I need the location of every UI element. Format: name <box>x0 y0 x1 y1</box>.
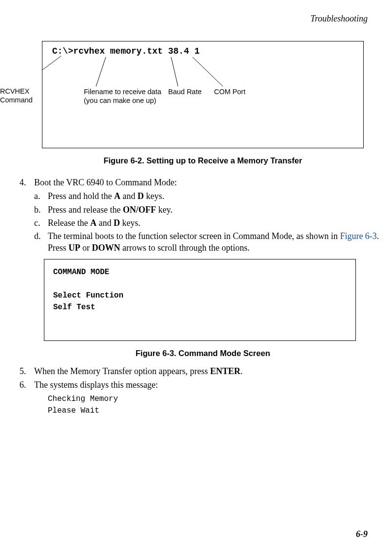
step-4d: d. The terminal boots to the function se… <box>34 230 386 254</box>
svg-line-3 <box>193 57 223 86</box>
step-5: 5. When the Memory Transfer option appea… <box>20 365 386 377</box>
text-fragment: keys. <box>144 191 164 201</box>
text-fragment: or <box>80 243 92 253</box>
page-number: 6-9 <box>356 529 368 539</box>
running-header: Troubleshooting <box>311 14 368 24</box>
key-onoff: ON/OFF <box>123 205 156 215</box>
key-enter: ENTER <box>210 366 240 376</box>
key-up: UP <box>69 243 80 253</box>
command-mode-line1: COMMAND MODE <box>53 266 347 278</box>
text-fragment: Release the <box>48 218 90 228</box>
step-5-number: 5. <box>20 365 34 377</box>
command-mode-line3: Self Test <box>53 301 347 313</box>
key-a: A <box>114 191 120 201</box>
step-4c: c. Release the A and D keys. <box>34 217 386 229</box>
step-6-number: 6. <box>20 379 34 391</box>
step-4a-text: Press and hold the A and D keys. <box>48 190 164 202</box>
step-4c-letter: c. <box>34 217 48 229</box>
svg-line-1 <box>96 57 106 86</box>
key-a: A <box>90 218 97 228</box>
step-4b: b. Press and release the ON/OFF key. <box>34 204 386 216</box>
step-6: 6. The systems displays this message: <box>20 379 386 391</box>
figure-6-3-link[interactable]: Figure 6-3 <box>340 231 377 241</box>
code-line-2: Please Wait <box>48 405 386 417</box>
figure-6-3-caption: Figure 6-3. Command Mode Screen <box>20 348 386 358</box>
text-fragment: Press and release the <box>48 205 123 215</box>
svg-line-0 <box>42 56 61 86</box>
text-fragment: and <box>120 191 137 201</box>
step-4a: a. Press and hold the A and D keys. <box>34 190 386 202</box>
callout-com-port: COM Port <box>214 87 245 96</box>
step-4: 4. Boot the VRC 6940 to Command Mode: <box>20 177 386 188</box>
figure-6-2-box: C:\>rcvhex memory.txt 38.4 1 Filename to… <box>42 41 364 148</box>
step-4b-text: Press and release the ON/OFF key. <box>48 204 173 216</box>
text-fragment: and <box>97 218 114 228</box>
callout-filename: Filename to receive data (you can make o… <box>84 87 161 105</box>
step-6-text: The systems displays this message: <box>34 379 158 391</box>
text-fragment: keys. <box>120 218 140 228</box>
text-fragment: Press and hold the <box>48 191 114 201</box>
step-4d-text: The terminal boots to the function selec… <box>48 230 386 254</box>
key-d: D <box>137 191 144 201</box>
key-down: DOWN <box>92 243 120 253</box>
step-4a-letter: a. <box>34 190 48 202</box>
body-content: 4. Boot the VRC 6940 to Command Mode: a.… <box>20 177 386 417</box>
text-fragment: arrows to scroll through the options. <box>120 243 250 253</box>
text-fragment: key. <box>156 205 173 215</box>
code-block: Checking Memory Please Wait <box>48 393 386 417</box>
text-fragment: . <box>240 366 243 376</box>
step-4d-letter: d. <box>34 230 48 254</box>
key-d: D <box>114 218 120 228</box>
figure-6-2-caption: Figure 6-2. Setting up to Receive a Memo… <box>42 156 364 165</box>
page: Troubleshooting C:\>rcvhex memory.txt 38… <box>0 0 392 557</box>
command-mode-line2: Select Function <box>53 290 347 301</box>
callout-rcvhex-command: RCVHEX Command <box>0 87 33 104</box>
code-line-1: Checking Memory <box>48 393 386 405</box>
figure-6-2: C:\>rcvhex memory.txt 38.4 1 Filename to… <box>42 41 364 165</box>
step-4b-letter: b. <box>34 204 48 216</box>
text-fragment: When the Memory Transfer option appears,… <box>34 366 210 376</box>
svg-line-2 <box>171 57 178 86</box>
command-line-text: C:\>rcvhex memory.txt 38.4 1 <box>52 46 199 56</box>
callout-baud-rate: Baud Rate <box>168 87 202 96</box>
text-fragment: The terminal boots to the function selec… <box>48 231 340 241</box>
step-5-text: When the Memory Transfer option appears,… <box>34 365 242 377</box>
step-4-number: 4. <box>20 177 34 188</box>
figure-6-3-box: COMMAND MODE Select Function Self Test <box>44 259 356 341</box>
step-4c-text: Release the A and D keys. <box>48 217 140 229</box>
step-4-text: Boot the VRC 6940 to Command Mode: <box>34 177 177 188</box>
